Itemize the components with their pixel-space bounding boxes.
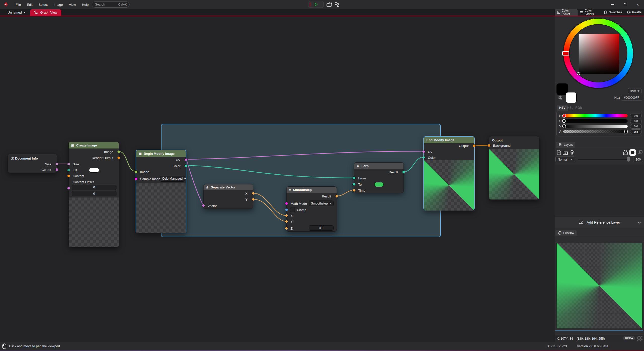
sv-cursor[interactable] bbox=[577, 72, 580, 75]
add-reference-layer-button[interactable]: Add Reference Layer bbox=[555, 217, 644, 228]
node-graph-icon[interactable] bbox=[335, 2, 340, 7]
port-in-background[interactable] bbox=[488, 144, 491, 147]
alpha-lock-icon[interactable] bbox=[623, 150, 628, 155]
port-out-size[interactable] bbox=[55, 163, 58, 166]
alpha-preview-icon[interactable] bbox=[637, 336, 642, 341]
node-header[interactable]: ⋔ Separate Vector bbox=[204, 184, 253, 190]
s-slider[interactable] bbox=[563, 119, 628, 123]
tab-palette[interactable]: Palette bbox=[625, 9, 644, 16]
wire-image[interactable] bbox=[119, 152, 136, 171]
tab-document[interactable]: Unnamed • bbox=[5, 9, 28, 16]
node-separate-vector[interactable]: ⋔ Separate Vector X Y Vector bbox=[203, 184, 253, 209]
tab-graph-view[interactable]: Graph View bbox=[30, 9, 61, 16]
menu-image[interactable]: Image bbox=[51, 3, 66, 7]
tab-preview[interactable]: Preview bbox=[555, 230, 577, 236]
port-out-render-output[interactable] bbox=[117, 156, 120, 159]
s-value-input[interactable]: 0,0 bbox=[630, 119, 642, 123]
node-graph-canvas[interactable]: ⓘ Document Info Size Center ▣ Create Ima… bbox=[0, 16, 555, 342]
h-slider[interactable] bbox=[563, 114, 628, 117]
to-color-swatch[interactable] bbox=[374, 182, 384, 187]
a-slider-handle[interactable] bbox=[624, 130, 628, 133]
math-mode-dropdown[interactable]: Smoothstep bbox=[309, 200, 334, 206]
port-in-size[interactable] bbox=[67, 163, 70, 166]
menu-view[interactable]: View bbox=[66, 3, 79, 7]
run-button[interactable] bbox=[308, 1, 324, 8]
preview-scrollbar[interactable] bbox=[555, 330, 643, 331]
swap-colors-icon[interactable] bbox=[557, 94, 565, 101]
node-lerp[interactable]: ∗ Lerp Result From To Time bbox=[354, 162, 404, 193]
port-out-center[interactable] bbox=[55, 168, 58, 171]
color-model-dropdown[interactable]: HSV bbox=[628, 88, 641, 94]
port-in-sample-mode[interactable] bbox=[135, 177, 138, 180]
h-slider-handle[interactable] bbox=[562, 114, 566, 118]
blend-mode-dropdown[interactable]: Normal bbox=[555, 157, 575, 162]
tab-layers[interactable]: Layers bbox=[556, 142, 575, 148]
menu-file[interactable]: File bbox=[13, 3, 24, 7]
wire-lerp-color[interactable] bbox=[404, 157, 423, 172]
add-layer-icon[interactable] bbox=[556, 150, 562, 155]
opacity-slider-handle[interactable] bbox=[627, 157, 630, 162]
node-create-image[interactable]: ▣ Create Image Image Render Output Size … bbox=[68, 142, 119, 247]
port-in-fill[interactable] bbox=[67, 169, 70, 172]
opacity-slider[interactable] bbox=[578, 159, 630, 160]
port-in-content-offset[interactable] bbox=[67, 187, 70, 190]
mode-tab-hsv[interactable]: HSV bbox=[557, 105, 568, 111]
hue-cursor[interactable] bbox=[562, 51, 569, 56]
z-value-input[interactable]: 0,5 bbox=[309, 225, 334, 231]
saturation-value-square[interactable] bbox=[579, 34, 619, 74]
tab-color-sliders[interactable]: Color Sliders bbox=[578, 9, 601, 16]
h-value-input[interactable]: 0,0 bbox=[630, 114, 642, 118]
port-in-math-mode[interactable] bbox=[285, 202, 288, 205]
node-end-modify-image[interactable]: End Modify Image Output UV Color bbox=[423, 136, 475, 211]
search-input[interactable]: Search Ctrl+K bbox=[92, 2, 130, 8]
mode-tab-rgb[interactable]: RGB bbox=[575, 106, 582, 110]
wire-result-time[interactable] bbox=[337, 190, 354, 196]
tab-color-picker[interactable]: Color Picker bbox=[555, 9, 578, 16]
wire-x[interactable] bbox=[253, 193, 286, 216]
wire-color-from[interactable] bbox=[186, 165, 354, 178]
node-header[interactable]: ▣ Begin Modify Image bbox=[136, 150, 186, 157]
v-slider-handle[interactable] bbox=[562, 124, 566, 128]
render-animation-icon[interactable] bbox=[326, 2, 332, 7]
a-slider[interactable] bbox=[563, 130, 628, 133]
opacity-input[interactable]: 100 bbox=[633, 157, 643, 162]
port-in-content[interactable] bbox=[67, 174, 70, 177]
menu-select[interactable]: Select bbox=[35, 3, 51, 7]
node-smoothstep[interactable]: ± Smoothstep Result Math Mode Smoothstep… bbox=[286, 186, 337, 232]
mask-button[interactable] bbox=[629, 149, 636, 156]
clamp-checkbox[interactable] bbox=[290, 208, 295, 212]
delete-layer-icon[interactable] bbox=[569, 150, 575, 155]
wire-y[interactable] bbox=[253, 199, 286, 221]
wire-uv-endmodify[interactable] bbox=[186, 151, 423, 159]
v-slider[interactable] bbox=[563, 125, 628, 128]
move-layer-icon[interactable] bbox=[637, 150, 643, 155]
menu-help[interactable]: Help bbox=[79, 3, 92, 7]
restore-button[interactable] bbox=[619, 0, 631, 9]
port-in-image[interactable] bbox=[135, 170, 138, 173]
tab-swatches[interactable]: Swatches bbox=[601, 9, 625, 16]
secondary-color-swatch[interactable] bbox=[566, 92, 577, 103]
v-value-input[interactable]: 0,0 bbox=[630, 124, 642, 129]
node-header[interactable]: End Modify Image bbox=[424, 137, 474, 143]
document-preview[interactable] bbox=[557, 243, 642, 328]
port-in-clamp[interactable] bbox=[285, 208, 288, 211]
port-out-image[interactable] bbox=[117, 150, 120, 153]
node-header[interactable]: ▣ Create Image bbox=[69, 142, 119, 148]
minimize-button[interactable] bbox=[606, 0, 619, 9]
fill-color-swatch[interactable] bbox=[89, 168, 99, 173]
menu-edit[interactable]: Edit bbox=[24, 3, 35, 7]
s-slider-handle[interactable] bbox=[562, 119, 566, 123]
a-value-input[interactable]: 255 bbox=[630, 129, 642, 134]
content-offset-y-input[interactable]: 0 bbox=[72, 191, 116, 196]
chevron-down-icon[interactable] bbox=[637, 221, 641, 224]
node-header[interactable]: ± Smoothstep bbox=[287, 187, 337, 193]
mode-tab-hsl[interactable]: HSL bbox=[567, 106, 573, 110]
node-begin-modify-image[interactable]: ▣ Begin Modify Image UV Color Image Samp… bbox=[136, 150, 186, 233]
node-header[interactable]: ∗ Lerp bbox=[354, 163, 404, 169]
close-button[interactable]: × bbox=[631, 0, 644, 9]
add-group-icon[interactable] bbox=[562, 150, 568, 155]
sample-mode-dropdown[interactable]: ColorManaged bbox=[160, 176, 185, 182]
port-out-output[interactable] bbox=[473, 144, 476, 147]
node-output[interactable]: Output Background bbox=[489, 136, 540, 200]
node-document-info[interactable]: ⓘ Document Info Size Center bbox=[8, 154, 57, 173]
